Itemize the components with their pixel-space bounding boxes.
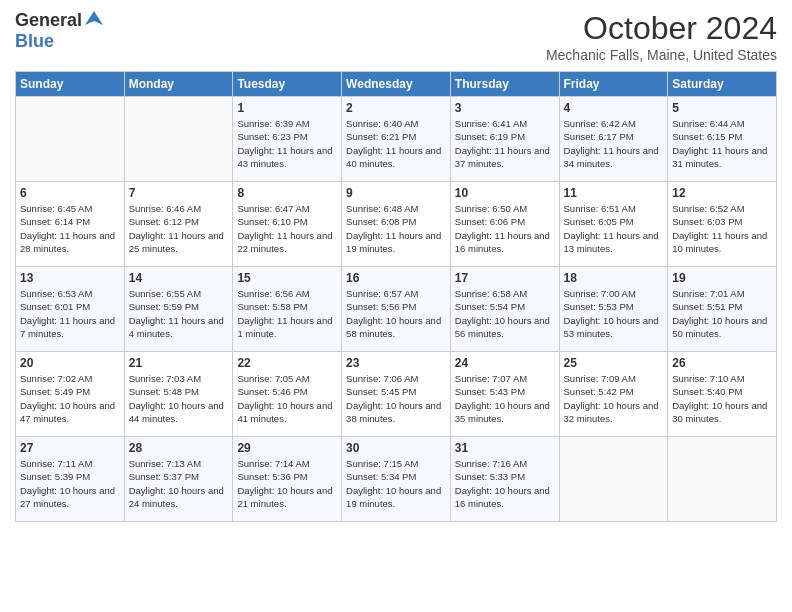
- day-number: 10: [455, 186, 555, 200]
- calendar-cell: [559, 437, 668, 522]
- cell-content: Sunrise: 6:58 AMSunset: 5:54 PMDaylight:…: [455, 287, 555, 340]
- day-number: 6: [20, 186, 120, 200]
- calendar-cell: 15Sunrise: 6:56 AMSunset: 5:58 PMDayligh…: [233, 267, 342, 352]
- calendar-cell: 7Sunrise: 6:46 AMSunset: 6:12 PMDaylight…: [124, 182, 233, 267]
- day-number: 8: [237, 186, 337, 200]
- cell-content: Sunrise: 6:57 AMSunset: 5:56 PMDaylight:…: [346, 287, 446, 340]
- cell-content: Sunrise: 7:14 AMSunset: 5:36 PMDaylight:…: [237, 457, 337, 510]
- calendar-cell: 24Sunrise: 7:07 AMSunset: 5:43 PMDayligh…: [450, 352, 559, 437]
- cell-content: Sunrise: 6:44 AMSunset: 6:15 PMDaylight:…: [672, 117, 772, 170]
- cell-content: Sunrise: 7:11 AMSunset: 5:39 PMDaylight:…: [20, 457, 120, 510]
- calendar-week-row: 6Sunrise: 6:45 AMSunset: 6:14 PMDaylight…: [16, 182, 777, 267]
- day-number: 29: [237, 441, 337, 455]
- calendar-week-row: 27Sunrise: 7:11 AMSunset: 5:39 PMDayligh…: [16, 437, 777, 522]
- cell-content: Sunrise: 7:05 AMSunset: 5:46 PMDaylight:…: [237, 372, 337, 425]
- calendar-cell: 3Sunrise: 6:41 AMSunset: 6:19 PMDaylight…: [450, 97, 559, 182]
- cell-content: Sunrise: 7:01 AMSunset: 5:51 PMDaylight:…: [672, 287, 772, 340]
- day-number: 16: [346, 271, 446, 285]
- day-number: 1: [237, 101, 337, 115]
- cell-content: Sunrise: 7:03 AMSunset: 5:48 PMDaylight:…: [129, 372, 229, 425]
- location-title: Mechanic Falls, Maine, United States: [546, 47, 777, 63]
- month-title: October 2024: [546, 10, 777, 47]
- calendar-cell: [16, 97, 125, 182]
- logo-general: General: [15, 10, 82, 31]
- calendar-cell: 21Sunrise: 7:03 AMSunset: 5:48 PMDayligh…: [124, 352, 233, 437]
- col-header-monday: Monday: [124, 72, 233, 97]
- col-header-sunday: Sunday: [16, 72, 125, 97]
- calendar-cell: 18Sunrise: 7:00 AMSunset: 5:53 PMDayligh…: [559, 267, 668, 352]
- calendar-cell: 16Sunrise: 6:57 AMSunset: 5:56 PMDayligh…: [342, 267, 451, 352]
- day-number: 9: [346, 186, 446, 200]
- cell-content: Sunrise: 6:52 AMSunset: 6:03 PMDaylight:…: [672, 202, 772, 255]
- day-number: 27: [20, 441, 120, 455]
- calendar-cell: 5Sunrise: 6:44 AMSunset: 6:15 PMDaylight…: [668, 97, 777, 182]
- calendar-cell: 25Sunrise: 7:09 AMSunset: 5:42 PMDayligh…: [559, 352, 668, 437]
- calendar-cell: 29Sunrise: 7:14 AMSunset: 5:36 PMDayligh…: [233, 437, 342, 522]
- title-area: October 2024 Mechanic Falls, Maine, Unit…: [546, 10, 777, 63]
- calendar-cell: 8Sunrise: 6:47 AMSunset: 6:10 PMDaylight…: [233, 182, 342, 267]
- day-number: 28: [129, 441, 229, 455]
- calendar-cell: 17Sunrise: 6:58 AMSunset: 5:54 PMDayligh…: [450, 267, 559, 352]
- calendar-cell: [124, 97, 233, 182]
- cell-content: Sunrise: 6:46 AMSunset: 6:12 PMDaylight:…: [129, 202, 229, 255]
- calendar-cell: 20Sunrise: 7:02 AMSunset: 5:49 PMDayligh…: [16, 352, 125, 437]
- cell-content: Sunrise: 6:40 AMSunset: 6:21 PMDaylight:…: [346, 117, 446, 170]
- day-number: 20: [20, 356, 120, 370]
- calendar-cell: 14Sunrise: 6:55 AMSunset: 5:59 PMDayligh…: [124, 267, 233, 352]
- cell-content: Sunrise: 7:10 AMSunset: 5:40 PMDaylight:…: [672, 372, 772, 425]
- cell-content: Sunrise: 7:00 AMSunset: 5:53 PMDaylight:…: [564, 287, 664, 340]
- calendar-table: SundayMondayTuesdayWednesdayThursdayFrid…: [15, 71, 777, 522]
- calendar-week-row: 20Sunrise: 7:02 AMSunset: 5:49 PMDayligh…: [16, 352, 777, 437]
- day-number: 26: [672, 356, 772, 370]
- cell-content: Sunrise: 6:48 AMSunset: 6:08 PMDaylight:…: [346, 202, 446, 255]
- calendar-cell: 31Sunrise: 7:16 AMSunset: 5:33 PMDayligh…: [450, 437, 559, 522]
- col-header-saturday: Saturday: [668, 72, 777, 97]
- day-number: 7: [129, 186, 229, 200]
- day-number: 5: [672, 101, 772, 115]
- logo-bird-icon: [85, 11, 103, 31]
- calendar-cell: 1Sunrise: 6:39 AMSunset: 6:23 PMDaylight…: [233, 97, 342, 182]
- cell-content: Sunrise: 7:09 AMSunset: 5:42 PMDaylight:…: [564, 372, 664, 425]
- calendar-cell: 30Sunrise: 7:15 AMSunset: 5:34 PMDayligh…: [342, 437, 451, 522]
- day-number: 30: [346, 441, 446, 455]
- cell-content: Sunrise: 7:02 AMSunset: 5:49 PMDaylight:…: [20, 372, 120, 425]
- cell-content: Sunrise: 7:07 AMSunset: 5:43 PMDaylight:…: [455, 372, 555, 425]
- cell-content: Sunrise: 7:06 AMSunset: 5:45 PMDaylight:…: [346, 372, 446, 425]
- calendar-cell: 22Sunrise: 7:05 AMSunset: 5:46 PMDayligh…: [233, 352, 342, 437]
- svg-marker-0: [85, 11, 103, 25]
- day-number: 3: [455, 101, 555, 115]
- day-number: 31: [455, 441, 555, 455]
- cell-content: Sunrise: 6:45 AMSunset: 6:14 PMDaylight:…: [20, 202, 120, 255]
- cell-content: Sunrise: 7:13 AMSunset: 5:37 PMDaylight:…: [129, 457, 229, 510]
- day-number: 21: [129, 356, 229, 370]
- cell-content: Sunrise: 6:56 AMSunset: 5:58 PMDaylight:…: [237, 287, 337, 340]
- cell-content: Sunrise: 6:39 AMSunset: 6:23 PMDaylight:…: [237, 117, 337, 170]
- calendar-cell: 12Sunrise: 6:52 AMSunset: 6:03 PMDayligh…: [668, 182, 777, 267]
- day-number: 25: [564, 356, 664, 370]
- cell-content: Sunrise: 6:41 AMSunset: 6:19 PMDaylight:…: [455, 117, 555, 170]
- header: General Blue October 2024 Mechanic Falls…: [15, 10, 777, 63]
- calendar-cell: 27Sunrise: 7:11 AMSunset: 5:39 PMDayligh…: [16, 437, 125, 522]
- calendar-cell: 4Sunrise: 6:42 AMSunset: 6:17 PMDaylight…: [559, 97, 668, 182]
- calendar-cell: 6Sunrise: 6:45 AMSunset: 6:14 PMDaylight…: [16, 182, 125, 267]
- day-number: 18: [564, 271, 664, 285]
- cell-content: Sunrise: 6:42 AMSunset: 6:17 PMDaylight:…: [564, 117, 664, 170]
- cell-content: Sunrise: 7:15 AMSunset: 5:34 PMDaylight:…: [346, 457, 446, 510]
- col-header-thursday: Thursday: [450, 72, 559, 97]
- cell-content: Sunrise: 6:51 AMSunset: 6:05 PMDaylight:…: [564, 202, 664, 255]
- day-number: 22: [237, 356, 337, 370]
- calendar-week-row: 1Sunrise: 6:39 AMSunset: 6:23 PMDaylight…: [16, 97, 777, 182]
- day-number: 23: [346, 356, 446, 370]
- cell-content: Sunrise: 6:55 AMSunset: 5:59 PMDaylight:…: [129, 287, 229, 340]
- col-header-tuesday: Tuesday: [233, 72, 342, 97]
- cell-content: Sunrise: 6:47 AMSunset: 6:10 PMDaylight:…: [237, 202, 337, 255]
- col-header-wednesday: Wednesday: [342, 72, 451, 97]
- day-number: 15: [237, 271, 337, 285]
- day-number: 17: [455, 271, 555, 285]
- day-number: 14: [129, 271, 229, 285]
- calendar-header-row: SundayMondayTuesdayWednesdayThursdayFrid…: [16, 72, 777, 97]
- day-number: 12: [672, 186, 772, 200]
- calendar-cell: 10Sunrise: 6:50 AMSunset: 6:06 PMDayligh…: [450, 182, 559, 267]
- calendar-cell: 28Sunrise: 7:13 AMSunset: 5:37 PMDayligh…: [124, 437, 233, 522]
- calendar-cell: 9Sunrise: 6:48 AMSunset: 6:08 PMDaylight…: [342, 182, 451, 267]
